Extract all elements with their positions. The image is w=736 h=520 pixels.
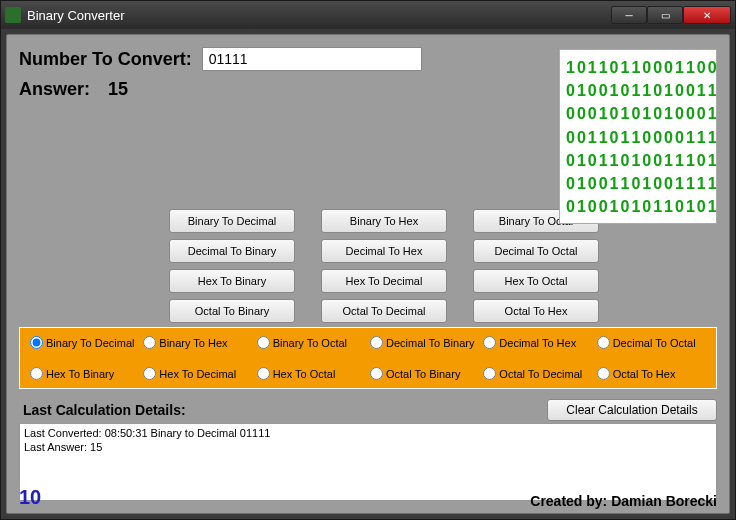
radio-panel: Binary To Decimal Binary To Hex Binary T… [19, 327, 717, 389]
details-line-2: Last Answer: 15 [24, 440, 712, 454]
radio-binary-to-octal[interactable]: Binary To Octal [257, 336, 366, 349]
details-line-1: Last Converted: 08:50:31 Binary to Decim… [24, 426, 712, 440]
octal-to-decimal-button[interactable]: Octal To Decimal [321, 299, 447, 323]
answer-value: 15 [108, 79, 128, 100]
footer-count: 10 [19, 486, 41, 509]
radio-binary-to-hex[interactable]: Binary To Hex [143, 336, 252, 349]
radio-decimal-to-binary[interactable]: Decimal To Binary [370, 336, 479, 349]
details-header-label: Last Calculation Details: [23, 402, 186, 418]
answer-label: Answer: [19, 79, 90, 100]
radio-octal-to-binary[interactable]: Octal To Binary [370, 367, 479, 380]
hex-to-octal-button[interactable]: Hex To Octal [473, 269, 599, 293]
decimal-to-octal-button[interactable]: Decimal To Octal [473, 239, 599, 263]
radio-hex-to-binary[interactable]: Hex To Binary [30, 367, 139, 380]
maximize-button[interactable]: ▭ [647, 6, 683, 24]
octal-to-hex-button[interactable]: Octal To Hex [473, 299, 599, 323]
app-icon [5, 7, 21, 23]
octal-to-binary-button[interactable]: Octal To Binary [169, 299, 295, 323]
decimal-to-hex-button[interactable]: Decimal To Hex [321, 239, 447, 263]
radio-decimal-to-octal[interactable]: Decimal To Octal [597, 336, 706, 349]
binary-art-panel: 10110110001100 01001011010011 0001010101… [559, 49, 717, 224]
hex-to-binary-button[interactable]: Hex To Binary [169, 269, 295, 293]
radio-octal-to-hex[interactable]: Octal To Hex [597, 367, 706, 380]
close-button[interactable]: ✕ [683, 6, 731, 24]
titlebar: Binary Converter ─ ▭ ✕ [1, 1, 735, 29]
window-title: Binary Converter [27, 8, 125, 23]
radio-hex-to-octal[interactable]: Hex To Octal [257, 367, 366, 380]
radio-octal-to-decimal[interactable]: Octal To Decimal [483, 367, 592, 380]
binary-to-hex-button[interactable]: Binary To Hex [321, 209, 447, 233]
app-window: Binary Converter ─ ▭ ✕ Number To Convert… [0, 0, 736, 520]
binary-to-decimal-button[interactable]: Binary To Decimal [169, 209, 295, 233]
client-area: Number To Convert: Answer: 15 1011011000… [6, 34, 730, 514]
radio-binary-to-decimal[interactable]: Binary To Decimal [30, 336, 139, 349]
minimize-button[interactable]: ─ [611, 6, 647, 24]
radio-decimal-to-hex[interactable]: Decimal To Hex [483, 336, 592, 349]
radio-hex-to-decimal[interactable]: Hex To Decimal [143, 367, 252, 380]
hex-to-decimal-button[interactable]: Hex To Decimal [321, 269, 447, 293]
input-label: Number To Convert: [19, 49, 192, 70]
number-input[interactable] [202, 47, 422, 71]
footer-credit: Created by: Damian Borecki [530, 493, 717, 509]
decimal-to-binary-button[interactable]: Decimal To Binary [169, 239, 295, 263]
clear-details-button[interactable]: Clear Calculation Details [547, 399, 717, 421]
conversion-button-grid: Binary To Decimal Binary To Hex Binary T… [169, 209, 717, 323]
